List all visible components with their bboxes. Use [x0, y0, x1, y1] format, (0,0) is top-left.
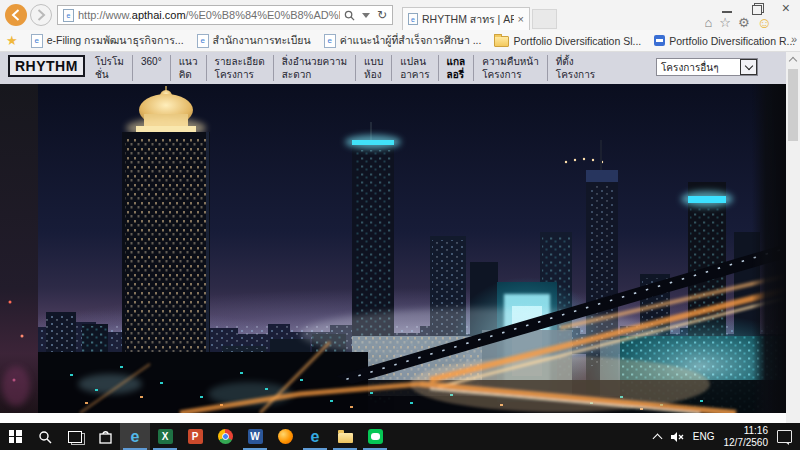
search-icon — [38, 430, 52, 444]
hidden-icons-chevron[interactable] — [652, 433, 662, 443]
rhythm-logo[interactable]: RHYTHM — [8, 55, 85, 77]
bookmark-label: e-Filing กรมพัฒนาธุรกิจการ... — [47, 32, 184, 49]
dropdown-button[interactable] — [740, 59, 757, 75]
page-scrollbar[interactable] — [786, 52, 800, 423]
bookmark-item[interactable]: e e-Filing กรมพัฒนาธุรกิจการ... — [31, 32, 184, 49]
firefox-icon — [278, 429, 293, 444]
close-button[interactable]: × — [782, 2, 790, 15]
nav-item-promotion[interactable]: โปรโมชั่น — [87, 55, 132, 81]
browser-window: e http://www.apthai.com/%E0%B8%84%E0%B8%… — [0, 0, 800, 450]
tab-favicon: e — [408, 13, 418, 25]
bookmark-item[interactable]: Portfolio Diversification Sl... — [494, 34, 641, 47]
bookmark-label: Portfolio Diversification R... — [669, 35, 795, 47]
system-tray: ENG 11:16 12/7/2560 — [654, 423, 800, 450]
page-background-strip — [0, 413, 786, 423]
nav-item-location[interactable]: ที่ตั้งโครงการ — [547, 55, 603, 81]
tab-title: RHYTHM สาทร | AP (Thailan... — [422, 11, 514, 28]
tab-close-icon[interactable]: × — [518, 13, 524, 25]
powerpoint-icon: P — [188, 429, 203, 444]
clock[interactable]: 11:16 12/7/2560 — [724, 425, 769, 449]
bookmarks-bar: ★ e e-Filing กรมพัฒนาธุรกิจการ... e สำนั… — [0, 30, 800, 52]
nav-item-gallery[interactable]: แกลลอรี่ — [438, 55, 474, 81]
taskbar-app-line[interactable] — [360, 423, 390, 450]
task-view-button[interactable] — [60, 423, 90, 450]
feedback-smiley-icon[interactable]: ☺ — [757, 14, 772, 31]
taskbar-app-edge[interactable]: e — [300, 423, 330, 450]
chrome-icon — [218, 429, 233, 444]
ie-page-icon: e — [197, 34, 209, 48]
language-indicator[interactable]: ENG — [693, 431, 715, 442]
settings-gear-icon[interactable]: ⚙ — [738, 15, 750, 30]
back-arrow-icon — [10, 9, 22, 21]
refresh-icon[interactable]: ↻ — [377, 9, 387, 21]
restore-button[interactable] — [752, 3, 762, 15]
line-app-icon — [368, 429, 383, 444]
nav-item-360[interactable]: 360° — [132, 55, 170, 81]
chevron-down-icon — [744, 62, 752, 70]
excel-icon: X — [158, 429, 173, 444]
taskbar-app-firefox[interactable] — [270, 423, 300, 450]
scrollbar-up-arrow[interactable] — [786, 52, 800, 67]
bookmark-item[interactable]: Portfolio Diversification R... — [654, 35, 795, 47]
taskbar-app-excel[interactable]: X — [150, 423, 180, 450]
bookmark-label: สำนักงานการทะเบียน — [213, 32, 311, 49]
scrollbar-thumb[interactable] — [788, 69, 798, 141]
url-dropdown-icon[interactable] — [362, 13, 370, 18]
volume-muted-icon[interactable] — [670, 431, 684, 443]
tray-time: 11:16 — [724, 425, 769, 437]
ie-page-icon: e — [324, 34, 336, 48]
action-center-icon[interactable] — [777, 430, 792, 443]
home-icon[interactable]: ⌂ — [705, 15, 713, 30]
browser-tab[interactable]: e RHYTHM สาทร | AP (Thailan... × — [402, 7, 530, 30]
search-icon[interactable] — [344, 10, 355, 21]
forward-button[interactable] — [30, 4, 52, 26]
chevron-up-icon — [789, 57, 797, 65]
bookmark-label: Portfolio Diversification Sl... — [513, 35, 641, 47]
url-domain: apthai.com — [132, 9, 186, 21]
new-tab-button[interactable] — [532, 9, 557, 29]
favorites-star-icon[interactable]: ☆ — [719, 15, 731, 30]
back-button[interactable] — [5, 4, 27, 26]
taskbar-app-internet-explorer[interactable]: e — [120, 423, 150, 450]
windows-taskbar: e X P W e ENG — [0, 423, 800, 450]
skyline-illustration — [0, 84, 786, 413]
taskbar-app-file-explorer[interactable] — [330, 423, 360, 450]
browser-toolbar: e http://www.apthai.com/%E0%B8%84%E0%B8%… — [0, 0, 800, 30]
nav-item-building-plan[interactable]: แปลนอาคาร — [391, 55, 437, 81]
minimize-button[interactable] — [722, 4, 732, 13]
folder-icon — [494, 36, 509, 47]
store-bag-icon — [99, 430, 112, 444]
edge-icon: e — [311, 429, 320, 445]
nav-item-concept[interactable]: แนวคิด — [170, 55, 206, 81]
hero-photo-bangkok-night-skyline — [0, 84, 786, 413]
bookmarks-overflow-icon[interactable]: » — [791, 33, 797, 45]
taskbar-app-powerpoint[interactable]: P — [180, 423, 210, 450]
internet-explorer-icon: e — [131, 429, 140, 445]
store-button[interactable] — [90, 423, 120, 450]
taskbar-app-word[interactable]: W — [240, 423, 270, 450]
page-icon: e — [63, 9, 74, 22]
bookmark-label: ค่าแนะนำผู้ที่สำเร็จการศึกษา ... — [340, 32, 482, 49]
bookmark-item[interactable]: e ค่าแนะนำผู้ที่สำเร็จการศึกษา ... — [324, 32, 482, 49]
nav-item-facilities[interactable]: สิ่งอำนวยความสะดวก — [273, 55, 355, 81]
forward-arrow-icon — [35, 9, 47, 21]
site-navbar: RHYTHM โปรโมชั่น 360° แนวคิด รายละเอียดโ… — [0, 52, 786, 84]
nav-item-room-types[interactable]: แบบห้อง — [355, 55, 391, 81]
nav-menu: โปรโมชั่น 360° แนวคิด รายละเอียดโครงการ … — [87, 55, 603, 81]
start-button[interactable] — [0, 423, 30, 450]
file-explorer-icon — [338, 433, 353, 443]
nav-item-progress[interactable]: ความคืบหน้าโครงการ — [473, 55, 547, 81]
taskbar-search-button[interactable] — [30, 423, 60, 450]
tray-date: 12/7/2560 — [724, 437, 769, 449]
dropdown-value: โครงการอื่นๆ — [661, 60, 719, 75]
bookmark-item[interactable]: e สำนักงานการทะเบียน — [197, 32, 311, 49]
favorites-bar-star-icon[interactable]: ★ — [6, 33, 18, 48]
taskbar-app-chrome[interactable] — [210, 423, 240, 450]
word-icon: W — [248, 429, 263, 444]
task-view-icon — [68, 431, 82, 443]
other-projects-dropdown[interactable]: โครงการอื่นๆ — [656, 58, 758, 76]
address-bar[interactable]: e http://www.apthai.com/%E0%B8%84%E0%B8%… — [57, 5, 393, 25]
ie-page-icon: e — [31, 34, 43, 48]
windows-logo-icon — [9, 430, 22, 443]
nav-item-project-details[interactable]: รายละเอียดโครงการ — [206, 55, 273, 81]
